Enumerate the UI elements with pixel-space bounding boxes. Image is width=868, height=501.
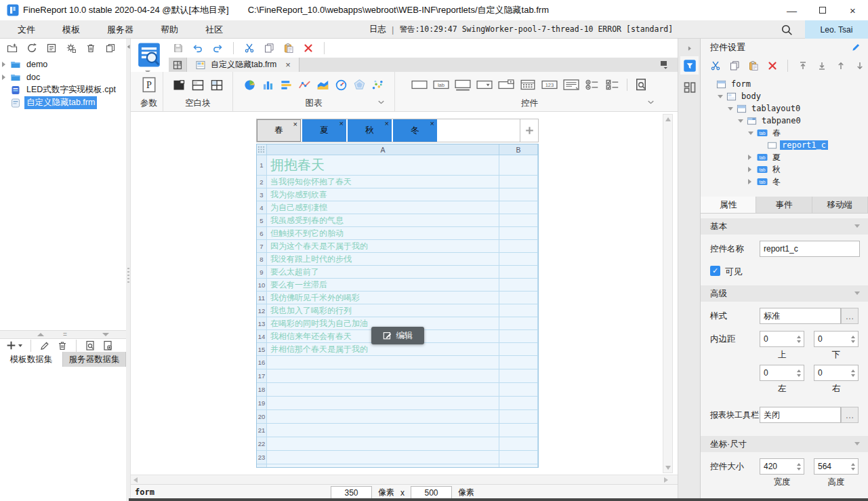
cell-A7[interactable]: 因为这个春天是不属于我的 xyxy=(267,240,499,253)
spinner-arrows-icon[interactable] xyxy=(793,332,804,346)
chevron-down-icon[interactable] xyxy=(646,97,656,109)
cell-A23[interactable] xyxy=(267,451,499,464)
chevron-down-icon[interactable] xyxy=(854,442,860,445)
padding-bottom-spinner[interactable] xyxy=(814,331,859,347)
form-height-input[interactable] xyxy=(411,486,452,499)
splitter-up-icon[interactable] xyxy=(37,333,44,336)
palette-block-split-button[interactable] xyxy=(191,78,205,92)
palette-chart-bar-button[interactable] xyxy=(280,79,293,92)
tab-mobile[interactable]: 移动端 xyxy=(812,197,868,213)
row-header-21[interactable]: 21 xyxy=(257,424,267,437)
spinner-arrows-icon[interactable] xyxy=(848,332,858,346)
cell-A21[interactable] xyxy=(267,424,499,437)
move-top-button[interactable] xyxy=(798,60,808,71)
tree-item-tab-spring[interactable]: tab春 xyxy=(701,127,868,139)
spinner-arrows-icon[interactable] xyxy=(848,365,858,380)
palette-chart-area-button[interactable] xyxy=(316,79,329,92)
row-header-2[interactable]: 2 xyxy=(257,176,267,188)
cell-A10[interactable]: 要么有一丝滞后 xyxy=(267,279,499,292)
scroll-down-icon[interactable] xyxy=(665,466,671,470)
padding-bottom-input[interactable] xyxy=(814,332,848,346)
edit-pencil-icon[interactable] xyxy=(851,42,861,52)
cell-B21[interactable] xyxy=(499,424,538,437)
cell-B16[interactable] xyxy=(499,356,538,369)
cell-B20[interactable] xyxy=(499,410,538,424)
cell-A4[interactable]: 为自己感到凄惶 xyxy=(267,201,499,214)
palette-chart-gauge-button[interactable] xyxy=(335,79,348,92)
row-header-24[interactable]: 24 xyxy=(257,464,267,468)
chevron-down-icon[interactable] xyxy=(854,292,860,295)
palette-widget-textarea-button[interactable] xyxy=(563,79,579,91)
horizontal-scrollbar[interactable] xyxy=(131,475,678,484)
palette-widget-preview-button[interactable] xyxy=(634,78,648,92)
plugin-button[interactable] xyxy=(66,43,77,54)
cell-A22[interactable] xyxy=(267,437,499,451)
add-dataset-button[interactable] xyxy=(5,340,22,351)
menu-template[interactable]: 模板 xyxy=(53,24,89,36)
row-header-13[interactable]: 13 xyxy=(257,317,267,330)
cell-A17[interactable] xyxy=(267,369,499,383)
cell-A16[interactable] xyxy=(267,356,499,369)
canvas-tab-spring[interactable]: 春× xyxy=(257,119,301,142)
menu-file[interactable]: 文件 xyxy=(8,24,45,36)
row-header-23[interactable]: 23 xyxy=(257,451,267,464)
cell-B15[interactable] xyxy=(499,343,538,356)
tab-server-dataset[interactable]: 服务器数据集 xyxy=(63,352,126,367)
palette-widget-combo-button[interactable] xyxy=(476,79,493,91)
expand-closed-icon[interactable] xyxy=(748,167,756,172)
user-account-chip[interactable]: Leo. Tsai xyxy=(805,20,868,39)
cell-B2[interactable] xyxy=(499,176,538,188)
palette-widget-filebox-button[interactable] xyxy=(498,79,514,91)
row-header-6[interactable]: 6 xyxy=(257,227,267,240)
close-icon[interactable]: × xyxy=(385,119,389,127)
close-icon[interactable]: × xyxy=(285,60,291,70)
cut-button[interactable] xyxy=(710,60,721,71)
section-advanced[interactable]: 高级 xyxy=(701,285,868,302)
palette-widget-number-button[interactable]: 123 xyxy=(541,79,558,91)
paste-button[interactable] xyxy=(283,43,294,54)
file-tree-item-doc[interactable]: doc xyxy=(0,71,126,83)
minimize-button[interactable]: — xyxy=(777,0,807,20)
cell-A9[interactable]: 要么太超前了 xyxy=(267,266,499,279)
report-list-button[interactable] xyxy=(46,43,57,54)
refresh-button[interactable] xyxy=(26,43,37,54)
tab-events[interactable]: 事件 xyxy=(756,197,812,213)
document-tab[interactable]: 自定义隐藏tab.frm × xyxy=(187,58,299,72)
palette-chart-scatter-button[interactable] xyxy=(371,79,384,92)
block-toolbar-input[interactable] xyxy=(760,407,841,423)
row-header-5[interactable]: 5 xyxy=(257,214,267,227)
close-icon[interactable]: × xyxy=(430,119,434,127)
tab-attributes[interactable]: 属性 xyxy=(701,197,756,213)
spinner-arrows-icon[interactable] xyxy=(793,365,804,380)
config-button[interactable] xyxy=(102,340,113,351)
cell-A24[interactable] xyxy=(267,464,499,468)
close-icon[interactable]: × xyxy=(339,119,344,127)
move-bottom-button[interactable] xyxy=(817,60,827,71)
cell-B7[interactable] xyxy=(499,240,538,253)
file-tree-item-led-template[interactable]: LED式数字实现模板.cpt xyxy=(0,83,126,96)
chevron-down-icon[interactable] xyxy=(376,97,386,109)
duplicate-button[interactable] xyxy=(105,43,116,54)
palette-param-p-button[interactable]: P xyxy=(141,77,157,93)
style-more-button[interactable]: … xyxy=(841,308,859,324)
cell-B18[interactable] xyxy=(499,383,538,397)
row-header-20[interactable]: 20 xyxy=(257,410,267,424)
vertical-scrollbar[interactable] xyxy=(663,114,673,473)
form-canvas[interactable]: 春×夏×秋×冬× AB1拥抱春天2当我得知你怀抱了春天3我为你感到欣喜4为自己感… xyxy=(131,113,678,475)
add-tab-button[interactable] xyxy=(520,119,538,142)
padding-right-spinner[interactable] xyxy=(814,365,859,381)
cell-B4[interactable] xyxy=(499,201,538,214)
canvas-tab-summer[interactable]: 夏× xyxy=(302,119,346,142)
menu-server[interactable]: 服务器 xyxy=(98,24,143,36)
widget-name-input[interactable] xyxy=(760,241,860,257)
menu-help[interactable]: 帮助 xyxy=(151,24,188,36)
expand-icon[interactable] xyxy=(2,75,10,80)
tree-item-body[interactable]: body xyxy=(701,90,868,102)
preview-button[interactable] xyxy=(135,41,163,69)
row-header-3[interactable]: 3 xyxy=(257,188,267,201)
close-icon[interactable]: × xyxy=(293,120,297,128)
palette-chart-line-button[interactable] xyxy=(298,79,311,92)
row-header-9[interactable]: 9 xyxy=(257,266,267,279)
expand-open-icon[interactable] xyxy=(718,95,725,98)
tree-item-form[interactable]: form xyxy=(701,78,868,90)
